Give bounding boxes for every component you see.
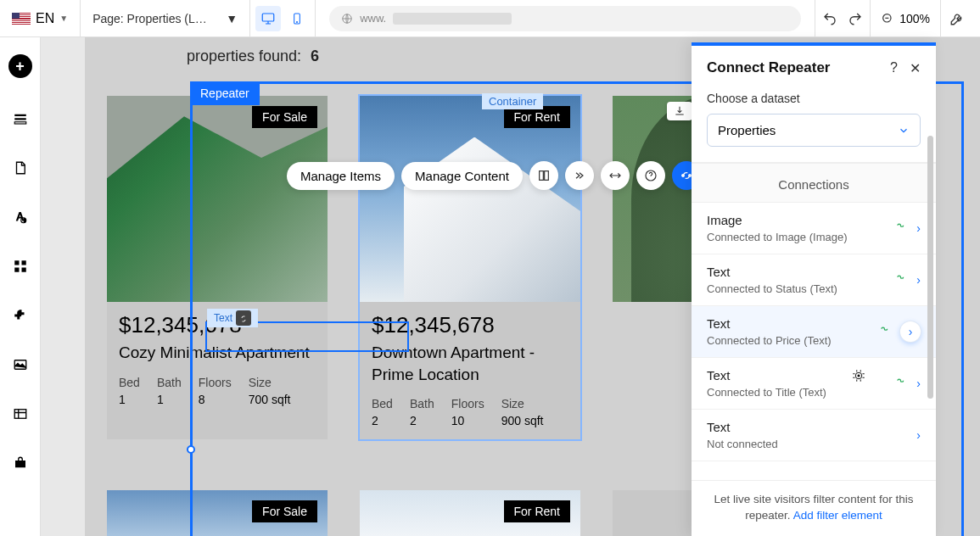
flag-icon [12,13,31,25]
stretch-button[interactable] [601,161,630,190]
meta-value: 8 [199,393,205,406]
selection-handle[interactable] [187,445,195,454]
wrench-icon [949,11,965,26]
url-bar[interactable]: www. [329,6,801,31]
chevron-right-icon: › [900,321,921,342]
add-filter-link[interactable]: Add filter element [793,509,882,522]
meta-value: 1 [157,393,164,406]
panel-title: Connect Repeater [707,59,830,76]
url-masked [393,13,512,25]
tools-button[interactable] [940,0,973,36]
row-title: Text [707,368,826,382]
download-button[interactable] [667,102,692,120]
connection-row-price[interactable]: TextConnected to Price (Text) › [692,306,936,358]
media-icon[interactable] [12,356,29,373]
connect-repeater-panel: Connect Repeater ? ✕ Choose a dataset Pr… [692,42,936,536]
connection-row-unconnected[interactable]: TextNot connected › [692,410,936,461]
property-image: For Rent [360,490,580,536]
text-tag[interactable]: Text [207,309,258,327]
meta-value: 900 sqft [501,414,544,427]
dataset-dropdown[interactable]: Properties [707,114,921,147]
language-selector[interactable]: EN ▼ [7,0,81,36]
chevron-right-icon: › [916,428,921,442]
svg-rect-5 [14,114,26,116]
container-tag[interactable]: Container [482,93,543,109]
help-button[interactable] [636,161,665,190]
status-badge: For Sale [252,106,317,128]
svg-rect-11 [14,268,19,272]
mobile-view-button[interactable] [284,6,310,31]
pages-icon[interactable] [12,159,29,176]
language-code: EN [36,11,54,26]
panel-scrollbar[interactable] [927,136,933,399]
meta-label: Floors [451,397,484,410]
redo-icon[interactable] [848,11,863,26]
sections-icon[interactable] [12,110,29,127]
desktop-view-button[interactable] [255,6,281,31]
animation-button[interactable] [565,161,594,190]
property-card[interactable]: For Rent [360,490,580,536]
globe-icon [341,13,353,25]
manage-items-button[interactable]: Manage Items [287,162,395,190]
property-meta: Bed1 Bath1 Floors8 Size700 sqft [107,376,328,418]
property-image: For Rent [360,96,580,302]
row-subtitle: Not connected [707,438,778,450]
zoom-control[interactable]: 100% [870,0,940,36]
close-icon[interactable]: ✕ [910,60,921,76]
theme-icon[interactable] [12,209,29,226]
add-button[interactable]: + [8,54,32,78]
zoom-value: 100% [899,12,930,25]
meta-label: Bed [119,376,140,389]
page-selector[interactable]: Page: Properties (L… ▼ [81,0,250,36]
choose-dataset-label: Choose a dataset [707,92,921,105]
left-rail: + [0,37,41,536]
svg-rect-9 [14,260,19,265]
manage-content-button[interactable]: Manage Content [401,162,523,190]
repeater-action-bar: Manage Items Manage Content [287,161,701,190]
results-label: properties found: [187,47,301,64]
chevron-right-icon: › [916,221,921,235]
property-image: For Sale [107,96,328,302]
repeater-tag[interactable]: Repeater [190,81,260,105]
svg-rect-10 [21,260,25,265]
svg-point-2 [297,21,298,22]
apps-icon[interactable] [12,258,29,275]
meta-label: Bath [157,376,182,389]
undo-redo-group [815,0,870,36]
meta-value: 10 [451,414,465,427]
dataset-section: Choose a dataset Properties [692,88,936,163]
row-title: Text [707,316,832,331]
business-icon[interactable] [12,455,29,472]
help-icon[interactable]: ? [890,60,898,76]
device-selector [250,0,316,36]
cms-icon[interactable] [12,405,29,422]
download-icon [674,105,686,117]
meta-value: 700 sqft [249,393,291,406]
svg-rect-18 [545,171,549,181]
property-image: For Sale [107,490,328,536]
property-card[interactable]: For Sale [107,490,328,536]
meta-value: 2 [372,414,378,427]
addons-icon[interactable] [12,307,29,324]
dataset-value: Properties [718,123,776,137]
property-card[interactable]: For Sale $12,345,678 Cozy Minimalist Apa… [107,96,328,439]
row-title: Text [707,420,778,434]
meta-value: 1 [119,393,126,406]
row-subtitle: Connected to Status (Text) [707,282,837,295]
connection-row-status[interactable]: TextConnected to Status (Text) › [692,254,936,306]
url-text: www. [360,12,386,25]
connection-row-title[interactable]: TextConnected to Title (Text) › [692,358,936,410]
panel-footer: Let live site visitors filter content fo… [692,480,936,536]
svg-point-21 [689,175,692,177]
zoom-out-icon [881,12,894,25]
panel-header: Connect Repeater ? ✕ [692,46,936,88]
chevron-right-icon: › [916,273,921,287]
connection-row-image[interactable]: ImageConnected to Image (Image) › [692,203,936,254]
connected-icon [894,220,908,237]
property-card[interactable]: For Rent $12,345,678 Downtown Apartment … [360,96,580,439]
row-title: Image [707,213,847,227]
connections-header: Connections [692,163,936,203]
layout-button[interactable] [529,161,558,190]
undo-icon[interactable] [822,11,837,26]
chevron-down-icon: ▼ [226,12,238,25]
